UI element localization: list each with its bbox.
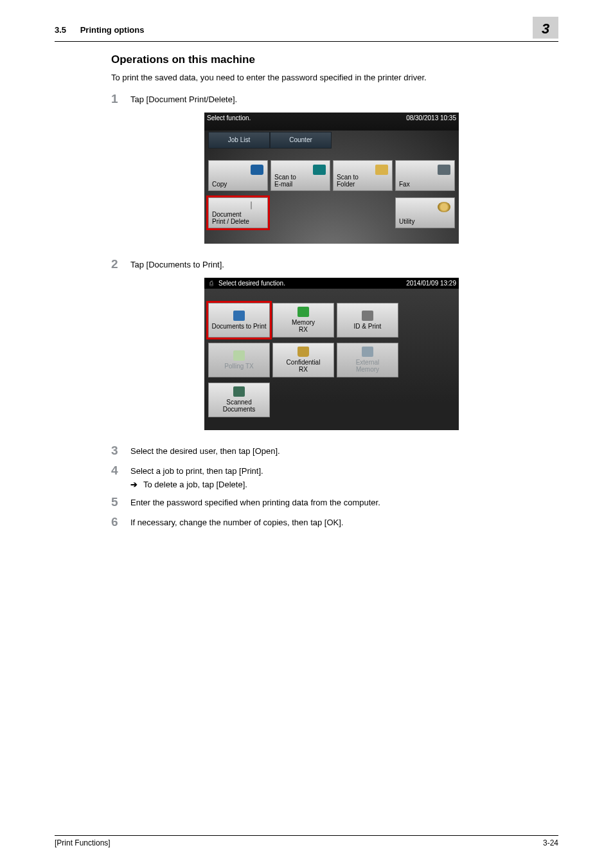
step-4: 4 Select a job to print, then tap [Print… (111, 464, 552, 489)
step-4-sub-text: To delete a job, tap [Delete]. (143, 480, 247, 489)
step-4-line: Select a job to print, then tap [Print]. (130, 466, 263, 476)
ss2-timestamp: 2014/01/09 13:29 (406, 280, 456, 287)
header-left: 3.5 Printing options (55, 25, 144, 35)
tile-memory-rx[interactable]: Memory RX (272, 303, 334, 338)
tile-polling-tx: Polling TX (208, 343, 270, 377)
tile-label: ID & Print (354, 323, 382, 330)
envelope-icon (313, 165, 326, 175)
step-text: Tap [Document Print/Delete]. (130, 93, 237, 106)
page-footer: [Print Functions] 3-24 (55, 835, 558, 847)
tab-job-list[interactable]: Job List (208, 132, 270, 149)
step-number: 4 (111, 464, 130, 489)
document-icon (251, 202, 263, 212)
step-number: 3 (111, 444, 130, 458)
documents-icon (233, 311, 245, 321)
download-icon (298, 307, 309, 317)
section-title: Printing options (80, 25, 145, 35)
tile-copy[interactable]: Copy (208, 160, 268, 191)
tile-id-print[interactable]: ID & Print (337, 303, 398, 338)
lock-icon (298, 347, 309, 357)
step-number: 5 (111, 496, 130, 509)
ss2-title: Select desired function. (218, 280, 285, 287)
tile-label: Confidential RX (287, 359, 321, 373)
id-card-icon (362, 311, 373, 321)
tile-label: Memory RX (292, 319, 315, 333)
tile-label: Polling TX (224, 363, 253, 370)
tile-documents-to-print[interactable]: Documents to Print (208, 303, 270, 338)
step-5: 5 Enter the password specified when prin… (111, 496, 552, 509)
page-header: 3.5 Printing options 3 (55, 21, 558, 42)
polling-icon (233, 350, 245, 361)
tile-utility[interactable]: Utility (395, 197, 455, 228)
step-number: 2 (111, 258, 130, 271)
step-number: 6 (111, 516, 130, 529)
step-text: Select a job to print, then tap [Print].… (130, 464, 263, 489)
step-2: 2 Tap [Documents to Print]. (111, 258, 552, 271)
subsection-heading: Operations on this machine (111, 53, 552, 66)
step-text: Tap [Documents to Print]. (130, 258, 224, 271)
arrow-icon: ➔ (130, 480, 143, 489)
step-text: Enter the password specified when printi… (130, 496, 380, 509)
tile-document-print-delete[interactable]: Document Print / Delete (208, 197, 268, 228)
tile-label: External Memory (356, 359, 380, 373)
tile-label: Scan to E-mail (274, 174, 326, 188)
tile-scanned-documents[interactable]: Scanned Documents (208, 383, 270, 417)
step-1: 1 Tap [Document Print/Delete]. (111, 93, 552, 106)
tile-scan-folder[interactable]: Scan to Folder (333, 160, 393, 191)
folder-icon (375, 165, 388, 175)
tile-label: Scan to Folder (337, 174, 389, 188)
ss1-timestamp: 08/30/2013 10:35 (406, 114, 456, 122)
tab-counter[interactable]: Counter (270, 132, 332, 149)
tile-label: Fax (399, 181, 451, 188)
footer-right: 3-24 (543, 838, 558, 847)
step-number: 1 (111, 93, 130, 106)
ss1-title: Select function. (207, 114, 251, 122)
step-text: If necessary, change the number of copie… (130, 516, 343, 529)
fax-icon (438, 165, 450, 175)
tile-confidential-rx[interactable]: Confidential RX (272, 343, 334, 377)
chapter-number-box: 3 (533, 17, 558, 39)
tile-label: Copy (212, 181, 264, 188)
step-4-sub: ➔ To delete a job, tap [Delete]. (130, 480, 263, 489)
tile-label: Document Print / Delete (212, 211, 264, 225)
step-text: Select the desired user, then tap [Open]… (130, 444, 280, 458)
step-6: 6 If necessary, change the number of cop… (111, 516, 552, 529)
intro-text: To print the saved data, you need to ent… (111, 73, 552, 82)
gear-icon (438, 202, 450, 212)
tile-external-memory: External Memory (337, 343, 398, 377)
tile-scan-email[interactable]: Scan to E-mail (271, 160, 330, 191)
scan-icon (233, 386, 245, 397)
tile-label: Scanned Documents (223, 399, 256, 413)
footer-left: [Print Functions] (55, 838, 111, 847)
tile-fax[interactable]: Fax (395, 160, 455, 191)
external-memory-icon (362, 347, 373, 357)
section-number: 3.5 (55, 25, 66, 35)
screenshot-1: Select function. 08/30/2013 10:35 Job Li… (111, 113, 552, 244)
screenshot-2: ⎙ Select desired function. 2014/01/09 13… (111, 278, 552, 430)
tile-label: Utility (399, 218, 451, 225)
printer-icon: ⎙ (209, 280, 213, 287)
tile-label: Documents to Print (211, 323, 266, 330)
step-3: 3 Select the desired user, then tap [Ope… (111, 444, 552, 458)
copy-icon (251, 165, 263, 175)
